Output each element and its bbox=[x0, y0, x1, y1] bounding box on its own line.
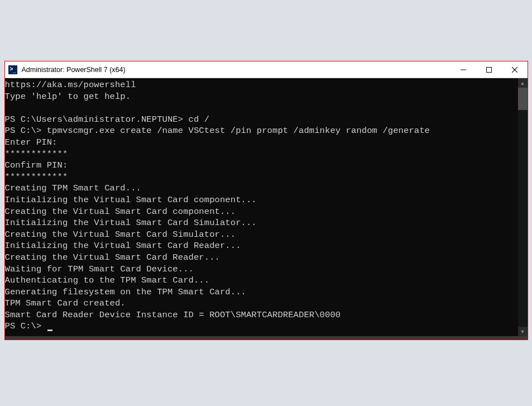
scroll-up-arrow-icon[interactable]: ▲ bbox=[518, 78, 528, 88]
close-button[interactable] bbox=[502, 61, 528, 78]
powershell-window: Administrator: PowerShell 7 (x64) https:… bbox=[4, 61, 528, 340]
minimize-button[interactable] bbox=[450, 61, 476, 78]
window-title: Administrator: PowerShell 7 (x64) bbox=[22, 66, 450, 74]
window-bottom-edge bbox=[5, 336, 528, 340]
scroll-down-arrow-icon[interactable]: ▼ bbox=[518, 327, 528, 336]
titlebar[interactable]: Administrator: PowerShell 7 (x64) bbox=[5, 61, 528, 78]
cursor bbox=[47, 329, 52, 331]
close-icon bbox=[512, 67, 517, 73]
svg-rect-1 bbox=[486, 67, 491, 72]
scroll-track[interactable] bbox=[518, 88, 528, 327]
maximize-button[interactable] bbox=[476, 61, 502, 78]
window-controls bbox=[450, 61, 528, 78]
powershell-icon bbox=[8, 65, 17, 74]
console-output[interactable]: https://aka.ms/powershell Type 'help' to… bbox=[5, 78, 518, 336]
maximize-icon bbox=[486, 67, 492, 73]
console-area: https://aka.ms/powershell Type 'help' to… bbox=[5, 78, 528, 336]
minimize-icon bbox=[461, 67, 466, 73]
scroll-thumb[interactable] bbox=[518, 88, 528, 110]
vertical-scrollbar[interactable]: ▲ ▼ bbox=[518, 78, 528, 336]
